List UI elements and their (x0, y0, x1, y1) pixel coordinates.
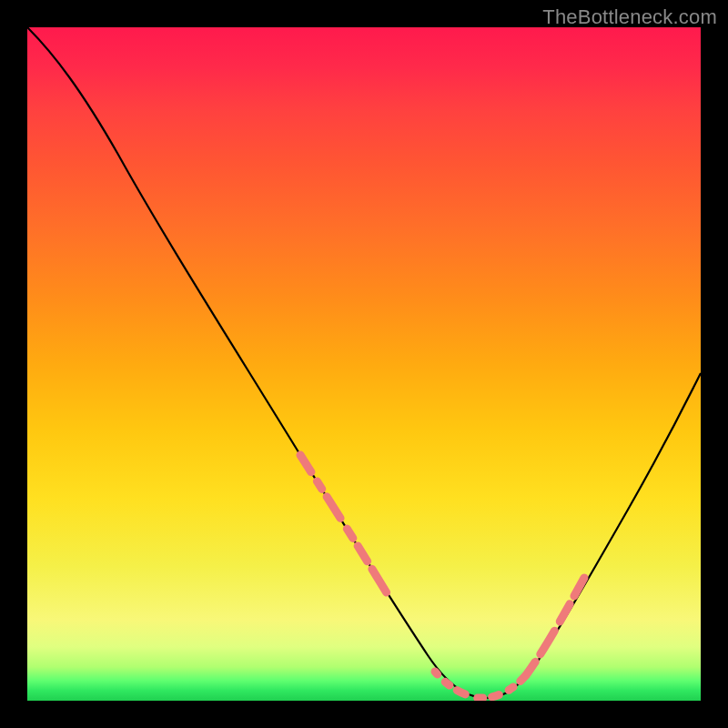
highlight-bottom-dots (435, 672, 526, 698)
watermark-text: TheBottleneck.com (542, 5, 717, 29)
plot-area (27, 27, 701, 701)
curve-svg (27, 27, 701, 701)
highlight-right-dash (526, 578, 584, 675)
highlight-left-dash (300, 455, 435, 672)
chart-container: TheBottleneck.com (0, 0, 728, 728)
main-curve (27, 27, 701, 698)
